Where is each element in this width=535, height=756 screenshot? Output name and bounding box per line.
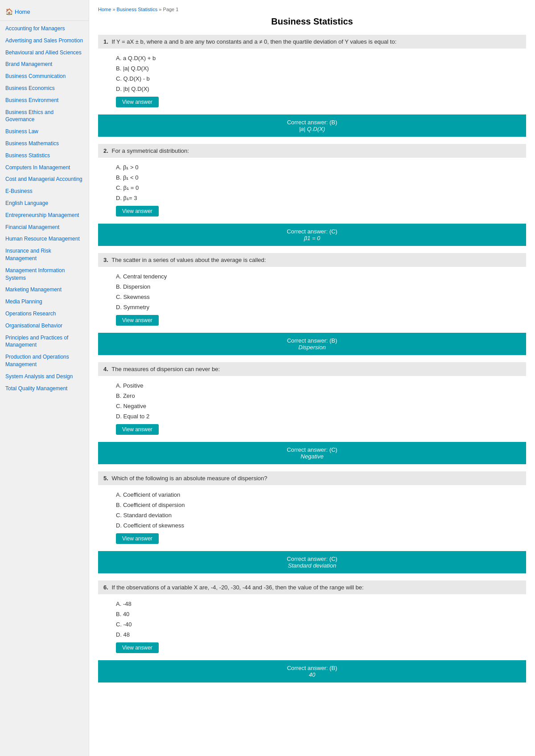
sidebar-link-25[interactable]: Production and Operations Management (0, 351, 89, 371)
view-answer-btn-3[interactable]: View answer (116, 315, 159, 326)
sidebar-link-21[interactable]: Media Planning (0, 296, 89, 308)
sidebar-link-6[interactable]: Business Environment (0, 94, 89, 106)
sidebar-link-26[interactable]: System Analysis and Design (0, 371, 89, 383)
sidebar-item: Business Mathematics (0, 138, 89, 150)
sidebar-item: Brand Management (0, 58, 89, 70)
sidebar-nav: Accounting for ManagersAdvertising and S… (0, 23, 89, 394)
options-area-5: A. Coefficient of variationB. Coefficien… (98, 485, 526, 551)
breadcrumb-subject[interactable]: Business Statistics (117, 7, 158, 12)
sidebar-home[interactable]: 🏠 Home (0, 4, 89, 21)
sidebar-item: Advertising and Sales Promotion (0, 35, 89, 47)
option-4-1: A. Positive (116, 380, 517, 391)
question-block-3: 3. The scatter in a series of values abo… (98, 253, 526, 355)
sidebar-item: Business Law (0, 126, 89, 138)
view-answer-btn-5[interactable]: View answer (116, 533, 159, 544)
sidebar-item: Human Resource Management (0, 233, 89, 245)
sidebar-link-10[interactable]: Business Statistics (0, 150, 89, 162)
answer-block-5: Correct answer: (C)Standard deviation (98, 551, 526, 573)
sidebar-item: Accounting for Managers (0, 23, 89, 35)
question-number-3: 3. (103, 257, 108, 263)
sidebar-link-19[interactable]: Management Information Systems (0, 265, 89, 284)
sidebar-link-4[interactable]: Business Communication (0, 70, 89, 82)
question-block-1: 1. If Y = aX ± b, where a and b are any … (98, 35, 526, 137)
sidebar-item: Business Statistics (0, 150, 89, 162)
main-content: Home » Business Statistics » Page 1 Busi… (89, 0, 535, 756)
sidebar-link-13[interactable]: E-Business (0, 185, 89, 197)
sidebar-link-9[interactable]: Business Mathematics (0, 138, 89, 150)
answer-value-3: Dispersion (107, 344, 517, 351)
question-number-4: 4. (103, 366, 108, 372)
breadcrumb-home[interactable]: Home (98, 7, 111, 12)
sidebar-link-1[interactable]: Advertising and Sales Promotion (0, 35, 89, 47)
page-title: Business Statistics (98, 16, 526, 27)
sidebar-link-22[interactable]: Operations Research (0, 308, 89, 320)
view-answer-btn-1[interactable]: View answer (116, 97, 159, 107)
view-answer-btn-6[interactable]: View answer (116, 642, 159, 653)
question-block-4: 4. The measures of dispersion can never … (98, 362, 526, 464)
sidebar-item: Total Quality Management (0, 383, 89, 395)
sidebar-item: Organisational Behavior (0, 320, 89, 332)
option-1-4: D. |b| Q.D(X) (116, 84, 517, 94)
sidebar-link-3[interactable]: Brand Management (0, 58, 89, 70)
sidebar-link-11[interactable]: Computers In Management (0, 162, 89, 174)
view-answer-btn-4[interactable]: View answer (116, 424, 159, 435)
option-1-3: C. Q.D(X) - b (116, 74, 517, 84)
option-3-1: A. Central tendency (116, 271, 517, 282)
home-link[interactable]: 🏠 Home (5, 8, 83, 15)
answer-block-3: Correct answer: (B)Dispersion (98, 333, 526, 355)
answer-block-1: Correct answer: (B)|a| Q.D(X) (98, 114, 526, 137)
sidebar-link-24[interactable]: Principles and Practices of Management (0, 332, 89, 351)
sidebar-link-20[interactable]: Marketing Management (0, 284, 89, 296)
option-5-4: D. Coefficient of skewness (116, 520, 517, 531)
question-header-3: 3. The scatter in a series of values abo… (98, 253, 526, 267)
answer-label-4: Correct answer: (C) (107, 446, 517, 453)
sidebar-item: Business Environment (0, 94, 89, 106)
question-header-4: 4. The measures of dispersion can never … (98, 362, 526, 376)
sidebar-link-14[interactable]: English Language (0, 197, 89, 209)
question-block-6: 6. If the observations of a variable X a… (98, 580, 526, 682)
view-answer-btn-2[interactable]: View answer (116, 206, 159, 217)
sidebar-link-0[interactable]: Accounting for Managers (0, 23, 89, 35)
option-3-3: C. Skewness (116, 292, 517, 302)
breadcrumb-page: Page 1 (163, 7, 179, 12)
question-number-1: 1. (103, 38, 108, 45)
question-number-6: 6. (103, 584, 108, 591)
sidebar-link-18[interactable]: Insurance and Risk Management (0, 245, 89, 265)
option-2-2: B. β₁ < 0 (116, 172, 517, 183)
sidebar-link-2[interactable]: Behavioural and Allied Sciences (0, 47, 89, 59)
sidebar-item: Computers In Management (0, 162, 89, 174)
option-6-3: C. -40 (116, 619, 517, 629)
sidebar-item: Business Communication (0, 70, 89, 82)
sidebar-item: Management Information Systems (0, 265, 89, 284)
answer-value-5: Standard deviation (107, 562, 517, 569)
sidebar-link-27[interactable]: Total Quality Management (0, 383, 89, 395)
option-2-4: D. β₁= 3 (116, 193, 517, 203)
sidebar-item: Business Ethics and Governance (0, 106, 89, 126)
answer-value-1: |a| Q.D(X) (107, 126, 517, 132)
sidebar-link-16[interactable]: Financial Management (0, 221, 89, 233)
option-2-1: A. β₁ > 0 (116, 162, 517, 172)
sidebar-link-7[interactable]: Business Ethics and Governance (0, 106, 89, 126)
sidebar-item: Marketing Management (0, 284, 89, 296)
answer-label-2: Correct answer: (C) (107, 228, 517, 235)
sidebar-link-17[interactable]: Human Resource Management (0, 233, 89, 245)
sidebar-link-5[interactable]: Business Economics (0, 82, 89, 94)
answer-block-2: Correct answer: (C)β1 = 0 (98, 224, 526, 246)
sidebar-link-15[interactable]: Entrepreneurship Management (0, 209, 89, 221)
answer-label-6: Correct answer: (B) (107, 665, 517, 671)
question-header-1: 1. If Y = aX ± b, where a and b are any … (98, 35, 526, 49)
sidebar-link-8[interactable]: Business Law (0, 126, 89, 138)
option-4-2: B. Zero (116, 391, 517, 401)
question-number-2: 2. (103, 147, 108, 154)
answer-block-6: Correct answer: (B)40 (98, 660, 526, 682)
answer-label-5: Correct answer: (C) (107, 556, 517, 562)
sidebar-item: Behavioural and Allied Sciences (0, 47, 89, 59)
sidebar-item: E-Business (0, 185, 89, 197)
sidebar-item: Business Economics (0, 82, 89, 94)
home-label: Home (15, 8, 30, 15)
option-3-2: B. Dispersion (116, 282, 517, 292)
sidebar-link-23[interactable]: Organisational Behavior (0, 320, 89, 332)
option-4-4: D. Equal to 2 (116, 411, 517, 421)
options-area-6: A. -48B. 40C. -40D. 48View answer (98, 594, 526, 660)
sidebar-link-12[interactable]: Cost and Managerial Accounting (0, 173, 89, 185)
